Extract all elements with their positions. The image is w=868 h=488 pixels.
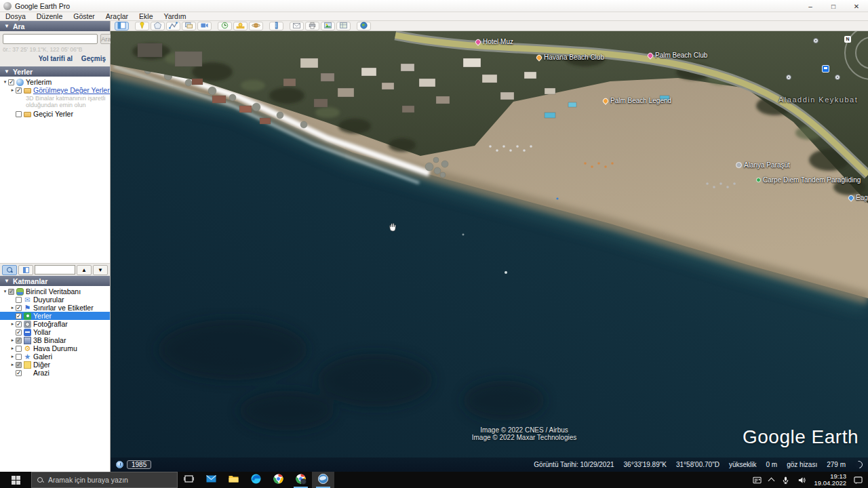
google-earth-taskbar-button[interactable] [312, 472, 334, 488]
layers-item-sinirlar-ve-etiketler[interactable]: ▸Sınırlar ve Etiketler [0, 304, 110, 312]
orange-pin-icon[interactable] [601, 97, 609, 104]
notifications-icon[interactable] [854, 476, 863, 485]
earth-sphere-button[interactable] [357, 22, 371, 30]
checkbox-birincil-veritabani[interactable] [8, 289, 14, 295]
transit-stop-icon[interactable] [786, 75, 791, 80]
checkbox-sinirlar-ve-etiketler[interactable] [16, 305, 22, 311]
green-dot-pin-icon[interactable] [756, 178, 761, 182]
minimize-button[interactable]: – [799, 0, 822, 12]
sunlight-button[interactable] [233, 22, 248, 30]
transit-stop-icon[interactable] [835, 75, 840, 80]
path-button[interactable] [166, 22, 180, 30]
layers-item-galeri[interactable]: ▸Galeri [0, 352, 110, 361]
menu-goster[interactable]: Göster [68, 12, 100, 20]
expand-arrow-icon[interactable]: ▾ [2, 79, 8, 85]
polygon-button[interactable] [151, 22, 165, 30]
map-label-palm-beach-legend[interactable]: Palm Beach Legend [603, 97, 671, 104]
blue-pin-icon[interactable] [847, 194, 854, 201]
taskbar-clock[interactable]: 19:13 19.04.2022 [814, 473, 846, 487]
satellite-map[interactable]: Hotel MuzHavana Beach ClubPalm Beach Clu… [111, 31, 868, 472]
layers-item-diger[interactable]: ▸Diğer [0, 361, 110, 369]
layers-item-yollar[interactable]: Yollar [0, 328, 110, 336]
checkbox-fotograflar[interactable] [16, 321, 22, 327]
checkbox-gorulmeye-deger-yerler-turu[interactable] [16, 87, 22, 94]
pink-pin-icon[interactable] [646, 52, 654, 59]
maximize-button[interactable]: □ [822, 0, 845, 12]
transit-stop-icon[interactable] [813, 38, 818, 43]
get-directions-link[interactable]: Yol tarifi al [39, 55, 73, 62]
layer-filter-input[interactable] [35, 265, 75, 274]
checkbox-duyurular[interactable] [16, 297, 22, 303]
map-label-havana-beach-club[interactable]: Havana Beach Club [536, 54, 604, 61]
search-input[interactable] [3, 34, 98, 44]
expand-arrow-icon[interactable]: ▸ [9, 305, 16, 310]
image-overlay-button[interactable] [182, 22, 196, 30]
ruler-button[interactable] [269, 22, 283, 30]
expand-arrow-icon[interactable]: ▸ [9, 346, 16, 351]
layers-item-birincil-veritabani[interactable]: ▾Birincil Veritabanı [0, 287, 110, 296]
start-button[interactable] [0, 472, 31, 488]
search-panel-header[interactable]: ▼ Ara [0, 21, 110, 31]
save-image-button[interactable] [321, 22, 335, 30]
expand-arrow-icon[interactable]: ▸ [9, 338, 16, 343]
layers-item-duyurular[interactable]: Duyurular [0, 296, 110, 304]
historical-imagery-year[interactable]: 1985 [127, 460, 151, 469]
layers-item-fotograflar[interactable]: ▸Fotoğraflar [0, 320, 110, 328]
widgets-icon[interactable] [753, 476, 762, 485]
checkbox-yerler[interactable] [16, 313, 22, 319]
taskbar-search-box[interactable]: Aramak için buraya yazın [31, 472, 178, 488]
checkbox-hava-durumu[interactable] [16, 346, 22, 352]
layers-item-3b-binalar[interactable]: ▸3B Binalar [0, 336, 110, 344]
places-panel-header[interactable]: ▼ Yerler [0, 66, 110, 77]
chevron-up-icon[interactable] [769, 476, 774, 483]
chrome-taskbar-button[interactable] [267, 472, 290, 488]
menu-dosya[interactable]: Dosya [0, 12, 31, 20]
map-label-eagle[interactable]: Eagle [848, 194, 868, 201]
layers-panel-header[interactable]: ▼ Katmanlar [0, 276, 110, 286]
expand-arrow-icon[interactable]: ▸ [9, 321, 16, 327]
gray-circle-pin-icon[interactable] [736, 162, 742, 168]
microphone-icon[interactable] [781, 476, 790, 485]
map-label-hotel-muz[interactable]: Hotel Muz [475, 38, 513, 45]
print-button[interactable] [305, 22, 319, 30]
chrome-badge-taskbar-button[interactable] [290, 472, 312, 488]
planets-button[interactable] [249, 22, 263, 30]
map-label-alanya-parasut[interactable]: Alanya Paraşüt [736, 161, 790, 169]
layers-item-arazi[interactable]: Arazi [0, 369, 110, 377]
checkbox-yerlerim[interactable] [8, 79, 14, 85]
close-button[interactable]: ✕ [845, 0, 868, 12]
places-item-gecici-yerler[interactable]: Geçici Yerler [0, 110, 110, 118]
expand-arrow-icon[interactable]: ▸ [9, 87, 16, 93]
record-tour-button[interactable] [197, 22, 212, 30]
edge-taskbar-button[interactable] [245, 472, 267, 488]
view-in-maps-button[interactable] [336, 22, 351, 30]
previous-result-button[interactable]: ▲ [77, 265, 92, 275]
layer-search-button[interactable] [2, 265, 17, 275]
historical-imagery-button[interactable] [218, 22, 232, 30]
expand-arrow-icon[interactable]: ▾ [2, 289, 8, 294]
checkbox-diger[interactable] [16, 362, 22, 368]
sidebar-panel-button[interactable] [115, 22, 129, 30]
places-item-gorulmeye-deger-yerler-turu[interactable]: ▸Görülmeye Değer Yerler Turu [0, 86, 110, 94]
places-item-yerlerim[interactable]: ▾Yerlerim [0, 78, 110, 86]
history-link[interactable]: Geçmiş [81, 55, 106, 62]
checkbox-arazi[interactable] [16, 370, 22, 376]
email-button[interactable] [290, 22, 304, 30]
task-view-taskbar-button[interactable] [178, 472, 200, 488]
layers-item-hava-durumu[interactable]: ▸Hava Durumu [0, 344, 110, 352]
next-result-button[interactable]: ▼ [93, 265, 108, 275]
layer-categories-button[interactable] [18, 265, 33, 275]
orange-pin-icon[interactable] [535, 54, 542, 61]
speaker-icon[interactable] [797, 476, 806, 485]
checkbox-gecici-yerler[interactable] [16, 111, 22, 117]
map-label-palm-beach-club[interactable]: Palm Beach Club [648, 52, 707, 59]
mail-taskbar-button[interactable] [200, 472, 222, 488]
checkbox-yollar[interactable] [16, 329, 22, 336]
checkbox-galeri[interactable] [16, 354, 22, 360]
map-label-alaaddin-keykubat[interactable]: Alaaddin Keykubat [778, 96, 858, 104]
menu-duzenle[interactable]: Düzenle [31, 12, 68, 20]
expand-arrow-icon[interactable]: ▸ [9, 354, 16, 359]
explorer-taskbar-button[interactable] [222, 472, 245, 488]
historical-imagery-clock-icon[interactable] [116, 461, 123, 468]
expand-arrow-icon[interactable]: ▸ [9, 362, 16, 367]
